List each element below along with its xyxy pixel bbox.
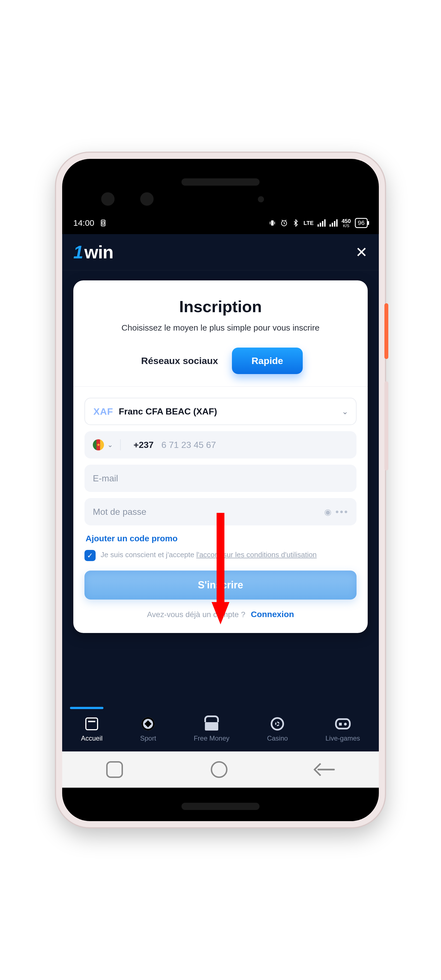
- currency-code: XAF: [93, 406, 113, 417]
- eye-icon[interactable]: ◉: [324, 507, 331, 517]
- bottom-tabbar: Accueil Sport Free Money Casino: [62, 707, 379, 751]
- brand-logo[interactable]: 1win: [73, 242, 113, 262]
- already-text: Avez-vous déjà un compte ?: [147, 610, 245, 619]
- email-placeholder: E-mail: [93, 473, 118, 484]
- nav-home[interactable]: [211, 761, 228, 778]
- flag-icon: [93, 439, 104, 450]
- sport-icon: [140, 716, 156, 732]
- terms-prefix: Je suis conscient et j'accepte: [100, 550, 196, 559]
- tab-live-games[interactable]: Live-games: [325, 716, 360, 742]
- sensor-dot: [258, 196, 264, 202]
- nav-back[interactable]: [315, 763, 335, 776]
- android-navbar: [62, 751, 379, 788]
- tab-social[interactable]: Réseaux sociaux: [138, 348, 221, 374]
- speaker-top: [181, 178, 260, 186]
- bluetooth-icon: [292, 219, 300, 227]
- phone-placeholder: 6 71 23 45 67: [161, 440, 216, 450]
- chevron-down-icon: ⌄: [107, 441, 113, 449]
- lte-label: LTE: [304, 220, 314, 226]
- close-icon[interactable]: ✕: [355, 245, 368, 259]
- logo-one: 1: [73, 242, 83, 262]
- screen: 14:00: [62, 212, 379, 788]
- status-left: 14:00: [73, 218, 107, 228]
- promo-link[interactable]: Ajouter un code promo: [86, 534, 355, 543]
- phone-prefix: +237: [134, 440, 154, 450]
- currency-label: Franc CFA BEAC (XAF): [119, 406, 217, 417]
- card-title: Inscription: [84, 297, 357, 316]
- phone-frame: 14:00: [56, 153, 385, 827]
- terms-checkbox[interactable]: ✓: [84, 550, 96, 561]
- camera-center: [140, 192, 154, 206]
- terms-text: Je suis conscient et j'accepte l'accord …: [100, 550, 317, 560]
- status-time: 14:00: [73, 218, 94, 228]
- app-header: 1win ✕: [62, 234, 379, 270]
- speaker-bottom: [181, 803, 260, 810]
- gift-icon: [204, 716, 220, 732]
- tab-casino[interactable]: Casino: [267, 716, 288, 742]
- tab-live-label: Live-games: [325, 735, 360, 742]
- svg-rect-4: [274, 221, 275, 224]
- password-placeholder: Mot de passe: [93, 507, 146, 517]
- svg-rect-0: [101, 220, 105, 226]
- nav-recent[interactable]: [106, 761, 123, 778]
- signup-tabs: Réseaux sociaux Rapide: [84, 348, 357, 374]
- signup-card: Inscription Choisissez le moyen le plus …: [73, 280, 368, 633]
- canvas: 14:00: [0, 0, 441, 980]
- tab-sport[interactable]: Sport: [140, 716, 156, 742]
- svg-rect-1: [102, 221, 104, 224]
- tab-home[interactable]: Accueil: [81, 716, 102, 742]
- more-icon[interactable]: •••: [335, 506, 349, 517]
- sim-icon: [99, 219, 107, 227]
- net-speed: 450 K/S: [341, 218, 351, 228]
- alarm-icon: [280, 219, 288, 227]
- chip-icon: [269, 716, 285, 732]
- signal-icon: [317, 220, 326, 227]
- tab-quick[interactable]: Rapide: [232, 348, 302, 374]
- vibrate-icon: [269, 219, 276, 227]
- svg-rect-3: [270, 221, 271, 224]
- phone-bezel: 14:00: [62, 159, 379, 821]
- divider: [73, 386, 368, 387]
- terms-link[interactable]: l'accord sur les conditions d'utilisatio…: [196, 550, 317, 559]
- tab-free-label: Free Money: [194, 735, 229, 742]
- power-button[interactable]: [384, 303, 388, 359]
- terms-row: ✓ Je suis conscient et j'accepte l'accor…: [84, 550, 357, 561]
- tab-casino-label: Casino: [267, 735, 288, 742]
- camera-left: [101, 192, 115, 206]
- volume-button[interactable]: [384, 381, 388, 471]
- tab-home-label: Accueil: [81, 735, 102, 742]
- submit-button[interactable]: S'inscrire: [84, 571, 357, 600]
- battery-indicator: 96: [355, 218, 368, 228]
- home-icon: [84, 716, 100, 732]
- chevron-down-icon: ⌄: [342, 407, 348, 416]
- card-subtitle: Choisissez le moyen le plus simple pour …: [84, 322, 357, 334]
- logo-win: win: [84, 242, 113, 262]
- email-field[interactable]: E-mail: [84, 465, 357, 492]
- login-link[interactable]: Connexion: [251, 609, 294, 619]
- app-body: Inscription Choisissez le moyen le plus …: [62, 270, 379, 707]
- gamepad-icon: [335, 716, 351, 732]
- svg-rect-2: [271, 221, 274, 226]
- signal-icon-2: [330, 220, 338, 227]
- login-row: Avez-vous déjà un compte ? Connexion: [84, 609, 357, 619]
- password-field[interactable]: Mot de passe ◉ •••: [84, 498, 357, 525]
- country-select[interactable]: ⌄: [93, 439, 121, 450]
- status-right: LTE 450 K/S 96: [269, 218, 368, 228]
- phone-field[interactable]: ⌄ +237 6 71 23 45 67: [84, 431, 357, 458]
- currency-select[interactable]: XAF Franc CFA BEAC (XAF) ⌄: [84, 398, 357, 425]
- tab-sport-label: Sport: [140, 735, 156, 742]
- tab-free-money[interactable]: Free Money: [194, 716, 229, 742]
- status-bar: 14:00: [62, 212, 379, 234]
